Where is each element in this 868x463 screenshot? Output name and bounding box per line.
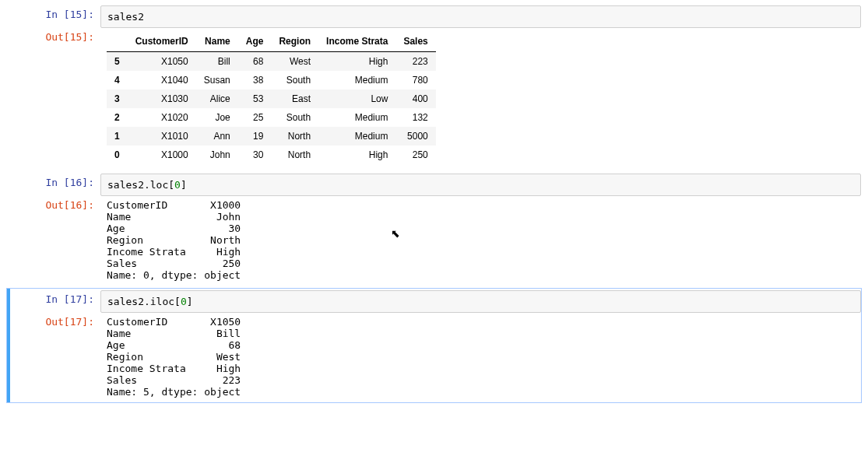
code-input[interactable]: sales2.loc[0] [100, 174, 861, 196]
cell: North [271, 127, 318, 146]
code-text: ] [187, 296, 193, 307]
table-row: 1 X1010 Ann 19 North Medium 5000 [107, 127, 436, 146]
cell: Joe [196, 108, 238, 127]
cell: 132 [395, 108, 435, 127]
cell: Alice [196, 89, 238, 108]
cell: 223 [395, 52, 435, 72]
cell: Low [318, 89, 395, 108]
row-index: 2 [107, 108, 128, 127]
table-row: 3 X1030 Alice 53 East Low 400 [107, 89, 436, 108]
text-output: CustomerID X1050 Name Bill Age 68 Region… [100, 313, 861, 401]
row-index: 3 [107, 89, 128, 108]
jupyter-notebook: In [15]: sales2 Out[15]: CustomerID Name… [0, 0, 868, 420]
cell: High [318, 52, 395, 72]
code-text: sales2.iloc[ [107, 296, 181, 307]
cell: 25 [238, 108, 272, 127]
dataframe-output: CustomerID Name Age Region Income Strata… [100, 28, 861, 167]
cell: Medium [318, 127, 395, 146]
code-number: 0 [181, 296, 187, 307]
code-input[interactable]: sales2 [100, 5, 861, 28]
cell: X1010 [128, 127, 196, 146]
table-header [107, 31, 128, 52]
in-prompt: In [15]: [7, 5, 100, 23]
row-index: 4 [107, 71, 128, 89]
cell-17[interactable]: In [17]: sales2.iloc[0] Out[17]: Custome… [6, 288, 862, 403]
code-text: sales2 [107, 11, 144, 23]
cell: 400 [395, 89, 435, 108]
out-prompt: Out[15]: [7, 28, 100, 46]
output-row: Out[16]: CustomerID X1000 Name John Age … [7, 196, 861, 284]
cell: 5000 [395, 127, 435, 146]
code-text: ] [181, 179, 187, 191]
cell: West [271, 52, 318, 72]
cell: High [318, 146, 395, 164]
cell: Bill [196, 52, 238, 72]
cell: 68 [238, 52, 272, 72]
cell: Medium [318, 108, 395, 127]
cell: 780 [395, 71, 435, 89]
cell: South [271, 108, 318, 127]
cell: X1050 [128, 52, 196, 72]
cell: 30 [238, 146, 272, 164]
row-index: 0 [107, 146, 128, 164]
code-number: 0 [174, 179, 181, 191]
table-header: CustomerID [128, 31, 196, 52]
table-header: Sales [395, 31, 435, 52]
cell-15[interactable]: In [15]: sales2 Out[15]: CustomerID Name… [6, 3, 862, 170]
table-row: 2 X1020 Joe 25 South Medium 132 [107, 108, 436, 127]
dataframe-table: CustomerID Name Age Region Income Strata… [107, 31, 436, 164]
cell: 19 [238, 127, 272, 146]
table-header-row: CustomerID Name Age Region Income Strata… [107, 31, 436, 52]
cell: 38 [238, 71, 272, 89]
cell: 53 [238, 89, 272, 108]
cell: X1040 [128, 71, 196, 89]
cell: North [271, 146, 318, 164]
cell: Medium [318, 71, 395, 89]
out-prompt: Out[17]: [7, 313, 100, 331]
row-index: 1 [107, 127, 128, 146]
in-prompt: In [17]: [7, 290, 100, 308]
input-row: In [16]: sales2.loc[0] [7, 174, 861, 196]
cell: Ann [196, 127, 238, 146]
row-index: 5 [107, 52, 128, 72]
cell: 250 [395, 146, 435, 164]
table-row: 5 X1050 Bill 68 West High 223 [107, 52, 436, 72]
cell: X1030 [128, 89, 196, 108]
cell-16[interactable]: In [16]: sales2.loc[0] Out[16]: Customer… [6, 171, 862, 286]
out-prompt: Out[16]: [7, 196, 100, 214]
output-row: Out[17]: CustomerID X1050 Name Bill Age … [7, 313, 861, 401]
code-text: sales2.loc[ [107, 179, 174, 191]
cell: John [196, 146, 238, 164]
input-row: In [17]: sales2.iloc[0] [7, 290, 861, 313]
cell: X1000 [128, 146, 196, 164]
table-header: Name [196, 31, 238, 52]
text-output: CustomerID X1000 Name John Age 30 Region… [100, 196, 861, 284]
cell: East [271, 89, 318, 108]
table-row: 0 X1000 John 30 North High 250 [107, 146, 436, 164]
table-header: Region [271, 31, 318, 52]
code-input[interactable]: sales2.iloc[0] [100, 290, 861, 313]
table-row: 4 X1040 Susan 38 South Medium 780 [107, 71, 436, 89]
cell: South [271, 71, 318, 89]
output-row: Out[15]: CustomerID Name Age Region Inco… [7, 28, 861, 167]
cell: Susan [196, 71, 238, 89]
table-header: Income Strata [318, 31, 395, 52]
cell: X1020 [128, 108, 196, 127]
input-row: In [15]: sales2 [7, 5, 861, 28]
in-prompt: In [16]: [7, 174, 100, 191]
table-header: Age [238, 31, 272, 52]
